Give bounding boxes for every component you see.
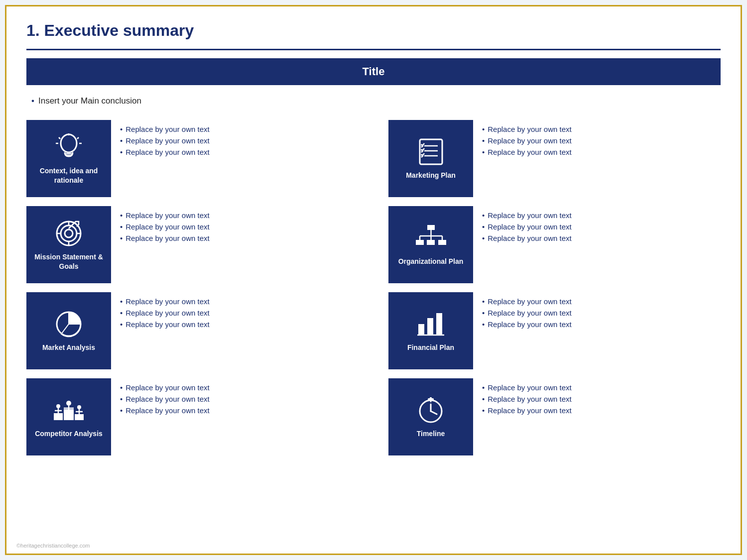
list-item: Marketing Plan Replace by your own text … xyxy=(388,120,721,197)
mission-text-block: Replace by your own text Replace by your… xyxy=(120,206,210,242)
svg-point-10 xyxy=(65,229,73,237)
left-column: Context, idea and rationale Replace by y… xyxy=(26,120,359,455)
svg-rect-39 xyxy=(416,240,424,245)
svg-line-5 xyxy=(77,137,79,139)
checklist-icon xyxy=(417,137,445,167)
timeline-icon-box: Timeline xyxy=(388,378,473,455)
main-grid: Context, idea and rationale Replace by y… xyxy=(26,120,721,455)
competitor-text-block: Replace by your own text Replace by your… xyxy=(120,378,210,415)
svg-rect-21 xyxy=(75,414,84,420)
competitor-text-2: Replace by your own text xyxy=(120,395,210,403)
svg-rect-35 xyxy=(427,225,435,230)
market-text-3: Replace by your own text xyxy=(120,320,210,329)
organizational-text-2: Replace by your own text xyxy=(482,223,572,231)
context-text-1: Replace by your own text xyxy=(120,125,210,133)
mission-label: Mission Statement & Goals xyxy=(31,252,106,270)
financial-text-1: Replace by your own text xyxy=(482,297,572,306)
financial-label: Financial Plan xyxy=(407,343,454,352)
context-text-3: Replace by your own text xyxy=(120,148,210,156)
divider xyxy=(26,49,721,50)
competitor-text-1: Replace by your own text xyxy=(120,383,210,392)
target-icon xyxy=(54,219,84,248)
list-item: Timeline Replace by your own text Replac… xyxy=(388,378,721,455)
title-bar: Title xyxy=(26,58,721,85)
competitor-text-3: Replace by your own text xyxy=(120,406,210,415)
timeline-text-block: Replace by your own text Replace by your… xyxy=(482,378,572,415)
organizational-text-block: Replace by your own text Replace by your… xyxy=(482,206,572,242)
watermark: ©heritagechristiancollege.com xyxy=(16,543,90,549)
market-text-block: Replace by your own text Replace by your… xyxy=(120,292,210,329)
mission-text-3: Replace by your own text xyxy=(120,234,210,242)
svg-point-22 xyxy=(66,401,71,406)
svg-rect-20 xyxy=(54,413,63,420)
orgchart-icon xyxy=(415,223,447,253)
financial-icon-box: Financial Plan xyxy=(388,292,473,369)
svg-line-50 xyxy=(431,411,437,414)
timeline-label: Timeline xyxy=(417,429,445,438)
financial-text-3: Replace by your own text xyxy=(482,320,572,329)
list-item: Financial Plan Replace by your own text … xyxy=(388,292,721,369)
market-text-1: Replace by your own text xyxy=(120,297,210,306)
lightbulb-icon xyxy=(54,132,84,162)
market-label: Market Analysis xyxy=(42,343,95,352)
svg-rect-41 xyxy=(427,240,435,245)
context-text-2: Replace by your own text xyxy=(120,136,210,145)
piechart-icon xyxy=(54,309,84,339)
list-item: Mission Statement & Goals Replace by you… xyxy=(26,206,359,283)
timeline-text-2: Replace by your own text xyxy=(482,395,572,403)
conclusion-text: Insert your Main conclusion xyxy=(31,96,141,106)
right-column: Marketing Plan Replace by your own text … xyxy=(388,120,721,455)
list-item: Context, idea and rationale Replace by y… xyxy=(26,120,359,197)
financial-text-2: Replace by your own text xyxy=(482,309,572,317)
competitor-label: Competitor Analysis xyxy=(35,429,103,438)
svg-point-25 xyxy=(56,404,60,408)
clock-icon xyxy=(416,395,446,425)
timeline-text-1: Replace by your own text xyxy=(482,383,572,392)
svg-rect-44 xyxy=(418,324,424,335)
organizational-label: Organizational Plan xyxy=(398,257,464,266)
financial-text-block: Replace by your own text Replace by your… xyxy=(482,292,572,329)
organizational-text-1: Replace by your own text xyxy=(482,211,572,220)
mission-text-2: Replace by your own text xyxy=(120,223,210,231)
mission-text-1: Replace by your own text xyxy=(120,211,210,220)
marketing-text-2: Replace by your own text xyxy=(482,136,572,145)
svg-point-0 xyxy=(61,134,77,152)
marketing-label: Marketing Plan xyxy=(406,171,456,180)
context-text-block: Replace by your own text Replace by your… xyxy=(120,120,210,156)
context-icon-box: Context, idea and rationale xyxy=(26,120,111,197)
svg-point-28 xyxy=(77,405,81,409)
svg-rect-46 xyxy=(436,313,442,335)
context-label: Context, idea and rationale xyxy=(31,166,106,184)
market-icon-box: Market Analysis xyxy=(26,292,111,369)
mission-icon-box: Mission Statement & Goals xyxy=(26,206,111,283)
svg-rect-45 xyxy=(427,318,433,335)
list-item: Organizational Plan Replace by your own … xyxy=(388,206,721,283)
svg-rect-31 xyxy=(420,139,442,164)
list-item: Market Analysis Replace by your own text… xyxy=(26,292,359,369)
organizational-text-3: Replace by your own text xyxy=(482,234,572,242)
list-item: Competitor Analysis Replace by your own … xyxy=(26,378,359,455)
svg-line-4 xyxy=(59,137,60,139)
marketing-text-3: Replace by your own text xyxy=(482,148,572,156)
svg-rect-43 xyxy=(438,240,446,245)
organizational-icon-box: Organizational Plan xyxy=(388,206,473,283)
marketing-text-block: Replace by your own text Replace by your… xyxy=(482,120,572,156)
market-text-2: Replace by your own text xyxy=(120,309,210,317)
marketing-text-1: Replace by your own text xyxy=(482,125,572,133)
marketing-icon-box: Marketing Plan xyxy=(388,120,473,197)
timeline-text-3: Replace by your own text xyxy=(482,406,572,415)
barchart-icon xyxy=(416,309,446,339)
page-title: 1. Executive summary xyxy=(26,21,721,40)
podium-icon xyxy=(53,395,85,425)
svg-rect-19 xyxy=(64,409,74,420)
page: 1. Executive summary Title Insert your M… xyxy=(5,5,742,555)
competitor-icon-box: Competitor Analysis xyxy=(26,378,111,455)
main-conclusion: Insert your Main conclusion xyxy=(26,96,721,106)
svg-rect-53 xyxy=(430,397,432,399)
